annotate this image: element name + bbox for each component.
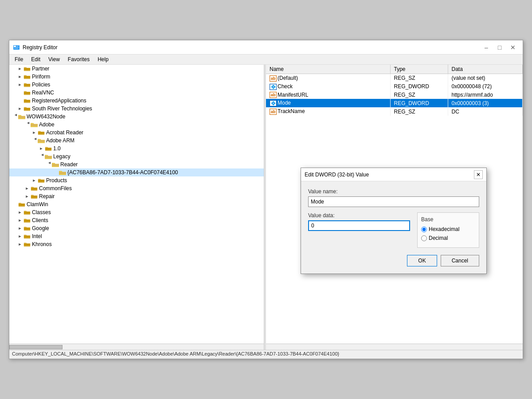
tree-node-clients[interactable]: ► Clients bbox=[9, 216, 264, 224]
tree-node-south[interactable]: ► South River Technologies bbox=[9, 105, 264, 113]
tree-node-acrobat[interactable]: ► Acrobat Reader bbox=[9, 129, 264, 137]
decimal-radio[interactable] bbox=[421, 235, 427, 241]
dialog-title-bar: Edit DWORD (32-bit) Value ✕ bbox=[301, 168, 486, 181]
expand-icon-reader[interactable]: ▼ bbox=[45, 161, 52, 168]
minimize-button[interactable]: – bbox=[480, 43, 493, 52]
hexadecimal-option[interactable]: Hexadecimal bbox=[421, 226, 475, 232]
cell-data: 0x00000003 (3) bbox=[448, 99, 523, 107]
status-path: Computer\HKEY_LOCAL_MACHINE\SOFTWARE\WOW… bbox=[12, 351, 339, 356]
tree-label-khronos: Khronos bbox=[32, 241, 52, 247]
title-bar: Registry Editor – □ ✕ bbox=[9, 40, 523, 55]
menu-file[interactable]: File bbox=[11, 55, 27, 63]
tree-node-commonfiles[interactable]: ► CommonFiles bbox=[9, 184, 264, 192]
expand-icon-adobearm[interactable]: ▼ bbox=[31, 137, 38, 144]
expand-icon-adobe[interactable]: ▼ bbox=[23, 121, 31, 128]
tree-label-products: Products bbox=[46, 177, 67, 184]
expand-icon-intel[interactable]: ► bbox=[16, 233, 23, 240]
tree-node-registeredapps[interactable]: ► RegisteredApplications bbox=[9, 97, 264, 105]
folder-icon-commonfiles bbox=[31, 185, 38, 192]
maximize-button[interactable]: □ bbox=[493, 43, 506, 52]
hexadecimal-radio[interactable] bbox=[421, 227, 427, 232]
expand-icon-legacy[interactable]: ▼ bbox=[38, 153, 45, 160]
value-name-input[interactable] bbox=[308, 196, 479, 207]
tree-node-partner[interactable]: ► Partner bbox=[9, 65, 264, 73]
tree-label-repair: Repair bbox=[39, 193, 55, 200]
tree-label-acrobat: Acrobat Reader bbox=[46, 129, 83, 136]
tree-label-classes: Classes bbox=[32, 209, 51, 215]
expand-icon-policies[interactable]: ► bbox=[16, 81, 23, 88]
tree-scroll[interactable]: ► Partner ► Piriform ► Policies bbox=[9, 65, 264, 344]
tree-node-repair[interactable]: ► Repair bbox=[9, 192, 264, 200]
table-row[interactable]: abTrackNameREG_SZDC bbox=[266, 107, 523, 116]
tree-node-guid[interactable]: ► {AC76BA86-7AD7-1033-7B44-AC0F074E4100 bbox=[9, 168, 264, 176]
cancel-button[interactable]: Cancel bbox=[441, 255, 479, 266]
tree-scrollbar-thumb[interactable] bbox=[9, 345, 63, 349]
tree-node-legacy[interactable]: ▼ Legacy bbox=[9, 153, 264, 160]
dialog-buttons: OK Cancel bbox=[308, 255, 479, 266]
value-data-label: Value data: bbox=[308, 212, 410, 219]
expand-icon-south[interactable]: ► bbox=[16, 105, 23, 112]
table-row[interactable]: abManifestURLREG_SZhttps://armmf.ado bbox=[266, 91, 523, 99]
folder-icon-adobearm bbox=[38, 137, 45, 144]
tree-node-google[interactable]: ► Google bbox=[9, 224, 264, 232]
menu-favorites[interactable]: Favorites bbox=[64, 55, 93, 63]
expand-icon-v10[interactable]: ► bbox=[38, 145, 45, 152]
expand-icon-commonfiles[interactable]: ► bbox=[23, 185, 31, 192]
tree-node-adobe[interactable]: ▼ Adobe bbox=[9, 121, 264, 129]
sz-icon: ab bbox=[270, 75, 277, 82]
tree-panel: ► Partner ► Piriform ► Policies bbox=[9, 65, 264, 350]
expand-icon-acrobat[interactable]: ► bbox=[31, 129, 38, 136]
dword-icon: 💠 bbox=[270, 100, 277, 106]
menu-view[interactable]: View bbox=[45, 55, 63, 63]
table-row[interactable]: 💠CheckREG_DWORD0x00000048 (72) bbox=[266, 82, 523, 91]
expand-icon-google[interactable]: ► bbox=[16, 225, 23, 232]
menu-help[interactable]: Help bbox=[94, 55, 112, 63]
expand-icon-products[interactable]: ► bbox=[31, 177, 38, 184]
svg-rect-3 bbox=[16, 47, 18, 47]
tree-node-products[interactable]: ► Products bbox=[9, 176, 264, 184]
menu-bar: File Edit View Favorites Help bbox=[9, 55, 523, 65]
folder-icon-classes bbox=[23, 209, 31, 215]
tree-node-intel[interactable]: ► Intel bbox=[9, 232, 264, 240]
tree-label-registeredapps: RegisteredApplications bbox=[32, 98, 86, 104]
value-data-input[interactable] bbox=[308, 220, 410, 231]
tree-node-clamwin[interactable]: ► ClamWin bbox=[9, 200, 264, 208]
cell-name: abManifestURL bbox=[266, 91, 390, 99]
dialog-close-button[interactable]: ✕ bbox=[474, 170, 483, 179]
tree-node-reader[interactable]: ▼ Reader bbox=[9, 160, 264, 168]
expand-icon-partner[interactable]: ► bbox=[16, 65, 23, 72]
tree-label-realvnc: RealVNC bbox=[32, 90, 54, 96]
tree-node-khronos[interactable]: ► Khronos bbox=[9, 240, 264, 248]
tree-label-google: Google bbox=[32, 225, 49, 231]
expand-icon-piriform[interactable]: ► bbox=[16, 73, 23, 80]
cell-name: 💠Check bbox=[266, 82, 390, 91]
right-scrollbar-h[interactable] bbox=[266, 344, 523, 350]
tree-node-classes[interactable]: ► Classes bbox=[9, 208, 264, 216]
folder-icon-acrobat bbox=[38, 129, 45, 136]
folder-icon-intel bbox=[23, 233, 31, 239]
ok-button[interactable]: OK bbox=[407, 255, 437, 266]
cell-data: (value not set) bbox=[448, 74, 523, 82]
dialog-row: Value data: Base Hexadecimal Decimal bbox=[308, 212, 479, 248]
expand-icon-clients[interactable]: ► bbox=[16, 217, 23, 224]
expand-icon-wow6432[interactable]: ▼ bbox=[11, 113, 18, 120]
tree-node-piriform[interactable]: ► Piriform bbox=[9, 73, 264, 81]
expand-icon-khronos[interactable]: ► bbox=[16, 241, 23, 248]
svg-rect-2 bbox=[16, 46, 19, 46]
tree-node-realvnc[interactable]: ► RealVNC bbox=[9, 89, 264, 97]
expand-icon-repair[interactable]: ► bbox=[23, 193, 31, 200]
tree-node-adobearm[interactable]: ▼ Adobe ARM bbox=[9, 137, 264, 145]
tree-scrollbar-h[interactable] bbox=[9, 344, 264, 350]
tree-node-wow6432[interactable]: ▼ WOW6432Node bbox=[9, 113, 264, 121]
cell-type: REG_SZ bbox=[390, 91, 448, 99]
table-row[interactable]: 💠ModeREG_DWORD0x00000003 (3) bbox=[266, 99, 523, 107]
tree-node-v10[interactable]: ► 1.0 bbox=[9, 145, 264, 153]
tree-label-legacy: Legacy bbox=[53, 153, 70, 160]
menu-edit[interactable]: Edit bbox=[27, 55, 44, 63]
expand-icon-classes[interactable]: ► bbox=[16, 209, 23, 216]
table-row[interactable]: ab(Default)REG_SZ(value not set) bbox=[266, 74, 523, 82]
close-button[interactable]: ✕ bbox=[507, 43, 519, 52]
decimal-option[interactable]: Decimal bbox=[421, 235, 475, 241]
tree-node-policies[interactable]: ► Policies bbox=[9, 81, 264, 89]
folder-icon-wow6432 bbox=[18, 113, 25, 120]
